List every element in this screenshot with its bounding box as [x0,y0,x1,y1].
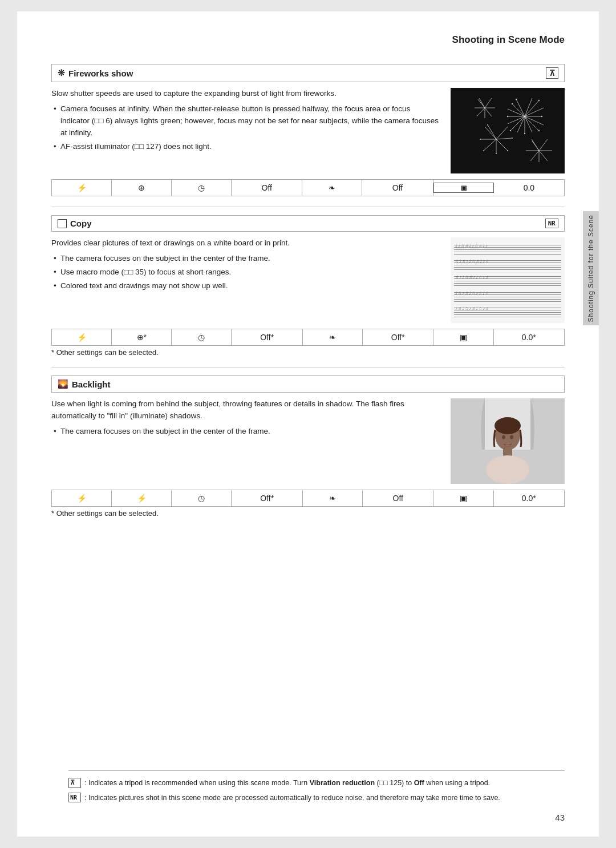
svg-line-30 [532,141,539,151]
svg-line-26 [539,151,548,161]
tripod-note-text: : Indicates a tripod is recommended when… [84,778,490,789]
section-backlight: 🌄 Backlight Use when light is coming fro… [51,375,565,518]
divider-2 [51,367,565,368]
side-tab: Shooting Suited for the Scene [583,211,599,325]
svg-line-7 [512,104,525,116]
svg-line-13 [508,116,525,124]
list-item: Use macro mode (□□ 35) to focus at short… [51,266,441,278]
svg-line-5 [510,116,525,131]
list-item: AF-assist illuminator (□□ 127) does not … [51,141,441,153]
svg-line-0 [516,99,525,116]
svg-point-44 [510,130,511,131]
svg-point-47 [487,124,488,126]
bottom-notes: ⊼ : Indicates a tripod is recommended wh… [68,770,565,809]
svg-line-18 [496,139,508,151]
svg-line-12 [517,116,525,132]
settings-flower-val: Off* [363,329,433,345]
backlight-title: 🌄 Backlight [58,379,111,389]
backlight-layout: Use when light is coming from behind the… [51,398,565,484]
copy-badge: NR [545,219,558,228]
fireworks-icon: ❊ [58,68,65,78]
copy-header: Copy NR [51,215,565,232]
backlight-footnote: * Other settings can be selected. [51,509,565,518]
fireworks-bullets: Camera focuses at infinity. When the shu… [51,103,441,153]
bottom-note-nr: NR : Indicates pictures shot in this sce… [68,793,565,803]
fireworks-badge: ⊼ [546,67,558,79]
settings-timer-icon: ◷ [172,329,232,345]
svg-line-15 [488,125,496,139]
fireworks-title: ❊ Fireworks show [58,68,133,78]
svg-point-43 [524,133,525,134]
backlight-settings-row: ⚡ ⚡ ◷ Off* ❧ Off ▣ 0.0* [51,490,565,507]
svg-line-32 [485,98,492,108]
settings-flower-icon: ❧ [302,180,362,196]
copy-layout: Provides clear pictures of text or drawi… [51,237,565,323]
settings-globe: ⊕ [112,180,172,196]
list-item: The camera focuses on the subject in the… [51,253,441,265]
settings-exposure-val: 0.0* [494,329,564,345]
svg-point-49 [507,150,508,151]
svg-point-56 [495,417,521,434]
svg-point-51 [483,150,484,151]
copy-footnote: * Other settings can be selected. [51,348,565,357]
fireworks-settings-row: ⚡ ⊕ ◷ Off ❧ Off ▣ 0.0 [51,179,565,196]
svg-line-1 [525,100,539,116]
copy-bullets: The camera focuses on the subject in the… [51,253,441,292]
list-item: Colored text and drawings may not show u… [51,280,441,292]
fireworks-header: ❊ Fireworks show ⊼ [51,64,565,82]
settings-exposure-val: 0.0* [494,490,564,506]
copy-icon [58,219,67,228]
copy-text: Provides clear pictures of text or drawi… [51,237,441,323]
tripod-icon: ⊼ [68,778,81,789]
svg-point-60 [510,435,513,439]
svg-line-36 [477,108,485,116]
svg-point-41 [541,116,542,117]
svg-point-40 [538,100,540,101]
fireworks-layout: Slow shutter speeds are used to capture … [51,88,565,173]
backlight-icon: 🌄 [58,379,68,389]
svg-line-24 [539,139,548,151]
settings-timer-val: Off [232,180,302,196]
svg-line-38 [478,99,485,108]
page-header-title: Shooting in Scene Mode [51,34,565,48]
svg-line-20 [484,139,496,151]
svg-line-22 [485,127,496,139]
backlight-image [451,398,565,484]
settings-exposure-val: 0.0 [494,180,564,196]
backlight-bullets: The camera focuses on the subject in the… [51,426,441,438]
settings-globe: ⊕* [112,329,172,345]
settings-timer-val: Off* [232,329,302,345]
nr-note-text: : Indicates pictures shot in this scene … [84,793,500,803]
svg-line-3 [525,116,539,131]
svg-point-45 [507,116,508,117]
svg-point-42 [538,130,540,131]
settings-exposure-icon: ▣ [433,329,493,345]
svg-line-34 [485,108,492,116]
list-item: Camera focuses at infinity. When the shu… [51,103,441,139]
svg-point-59 [502,435,505,439]
svg-line-14 [508,109,525,116]
settings-flash: ⚡ [52,180,112,196]
page: Shooting in Scene Mode ❊ Fireworks show … [17,11,599,837]
copy-title: Copy [58,219,92,228]
settings-exposure-icon: ▣ [433,490,493,506]
settings-timer-val: Off* [232,490,302,506]
bottom-note-tripod: ⊼ : Indicates a tripod is recommended wh… [68,778,565,789]
divider-1 [51,207,565,207]
side-tab-label: Shooting Suited for the Scene [587,215,595,322]
settings-flower-icon: ❧ [303,490,363,506]
svg-line-28 [530,151,539,161]
copy-image: ♩♪♫♬♩♪♫♬♩♪ ♫♩♬♪♩♫♬♩♪♫ ♬♪♩♫♬♪♩♫♪♬ ♩♫♪♬♩♫♪… [451,237,565,323]
copy-settings-row: ⚡ ⊕* ◷ Off* ❧ Off* ▣ 0.0* [51,329,565,346]
svg-line-16 [496,127,508,139]
settings-flash-1: ⚡ [52,490,112,506]
settings-flower-icon: ❧ [303,329,363,345]
svg-point-58 [486,455,529,484]
settings-flower-val: Off [363,490,433,506]
svg-line-17 [496,138,512,139]
svg-line-11 [525,116,532,132]
svg-point-39 [516,99,517,100]
section-fireworks: ❊ Fireworks show ⊼ Slow shutter speeds a… [51,64,565,196]
backlight-header: 🌄 Backlight [51,375,565,393]
svg-point-50 [496,153,497,154]
